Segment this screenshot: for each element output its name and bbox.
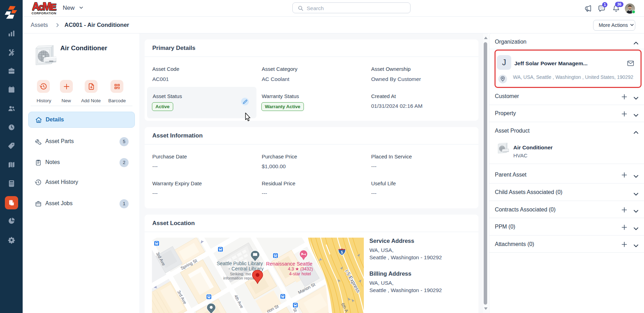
svg-text:Seattle Public Library: Seattle Public Library [217, 261, 263, 266]
svg-text:4.3 ★ (3432): 4.3 ★ (3432) [288, 267, 313, 271]
svg-text:5: 5 [341, 250, 343, 254]
svg-text:Striking, mo: Striking, mo [230, 272, 251, 276]
svg-text:information repos: information repos [223, 276, 254, 280]
svg-text:Renaissance Seattle: Renaissance Seattle [266, 261, 313, 267]
svg-text:4-star hotel: 4-star hotel [289, 271, 311, 276]
